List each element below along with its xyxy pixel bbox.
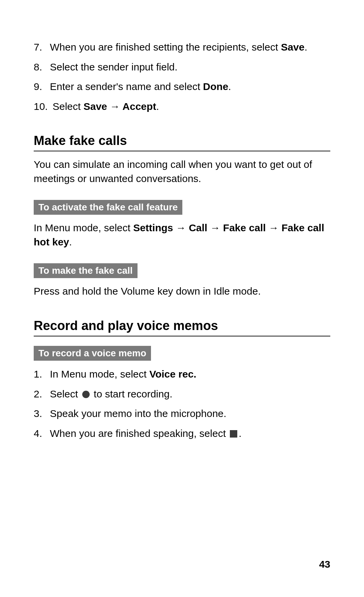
- subhead-activate-fake-call: To activate the fake call feature: [34, 200, 182, 215]
- text: .: [239, 428, 241, 439]
- vm-step-1: 1. In Menu mode, select Voice rec.: [34, 367, 330, 381]
- vm-step-2: 2. Select to start recording.: [34, 387, 330, 401]
- step-8: 8. Select the sender input field.: [34, 60, 330, 74]
- heading-record-voice-memos: Record and play voice memos: [34, 319, 330, 336]
- bold-text: Save: [281, 41, 304, 53]
- bold-text: Save → Accept: [84, 101, 156, 112]
- record-icon: [82, 391, 90, 398]
- step-number: 3.: [34, 407, 50, 421]
- step-number: 2.: [34, 387, 50, 401]
- step-number: 1.: [34, 367, 50, 381]
- heading-make-fake-calls: Make fake calls: [34, 133, 330, 151]
- text: Speak your memo into the microphone.: [50, 408, 226, 419]
- step-body: In Menu mode, select Voice rec.: [50, 367, 330, 381]
- vm-step-3: 3. Speak your memo into the microphone.: [34, 407, 330, 421]
- text: When you are finished setting the recipi…: [50, 41, 281, 53]
- subhead-record-voice-memo: To record a voice memo: [34, 346, 151, 361]
- step-body: Speak your memo into the microphone.: [50, 407, 330, 421]
- step-number: 10.: [34, 100, 53, 114]
- page-number: 43: [319, 559, 330, 570]
- stop-icon: [230, 430, 237, 438]
- text: In Menu mode, select: [34, 222, 133, 233]
- step-number: 8.: [34, 60, 50, 74]
- text: In Menu mode, select: [50, 368, 149, 380]
- step-number: 7.: [34, 40, 50, 54]
- section-intro: You can simulate an incoming call when y…: [34, 157, 330, 186]
- voice-memo-steps: 1. In Menu mode, select Voice rec. 2. Se…: [34, 367, 330, 440]
- step-body: When you are finished setting the recipi…: [50, 40, 330, 54]
- step-body: Enter a sender's name and select Done.: [50, 80, 330, 94]
- text: Select: [53, 101, 84, 112]
- step-7: 7. When you are finished setting the rec…: [34, 40, 330, 54]
- bold-text: Done: [203, 81, 228, 92]
- make-fake-call-text: Press and hold the Volume key down in Id…: [34, 284, 330, 298]
- steps-continued: 7. When you are finished setting the rec…: [34, 40, 330, 113]
- step-9: 9. Enter a sender's name and select Done…: [34, 80, 330, 94]
- text: .: [304, 41, 307, 53]
- step-body: Select Save → Accept.: [53, 100, 330, 114]
- text: Enter a sender's name and select: [50, 81, 203, 92]
- step-number: 4.: [34, 427, 50, 441]
- text: Select: [50, 388, 81, 399]
- text: When you are finished speaking, select: [50, 428, 229, 439]
- manual-page: 7. When you are finished setting the rec…: [0, 0, 364, 597]
- bold-text: Voice rec.: [149, 368, 196, 380]
- step-body: Select to start recording.: [50, 387, 330, 401]
- step-10: 10. Select Save → Accept.: [34, 100, 330, 114]
- step-body: When you are finished speaking, select .: [50, 427, 330, 441]
- step-body: Select the sender input field.: [50, 60, 330, 74]
- text: .: [69, 236, 72, 247]
- text: to start recording.: [91, 388, 173, 399]
- vm-step-4: 4. When you are finished speaking, selec…: [34, 427, 330, 441]
- text: .: [228, 81, 231, 92]
- subhead-make-fake-call: To make the fake call: [34, 263, 138, 278]
- step-number: 9.: [34, 80, 50, 94]
- text: .: [156, 101, 159, 112]
- text: Select the sender input field.: [50, 61, 178, 72]
- activate-fake-call-text: In Menu mode, select Settings → Call → F…: [34, 221, 330, 249]
